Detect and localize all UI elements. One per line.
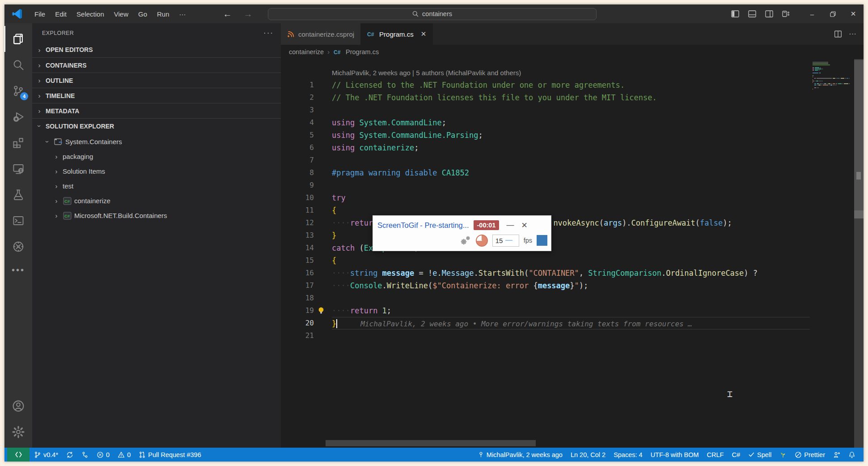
dialog-close-button[interactable]: ✕ [521, 221, 527, 230]
lightbulb-icon[interactable] [318, 307, 325, 315]
status-spell[interactable]: Spell [745, 448, 775, 462]
close-button[interactable]: ✕ [843, 4, 864, 23]
error-icon [97, 451, 104, 458]
tab-program-cs[interactable]: C#Program.cs✕ [361, 23, 433, 45]
code-editor[interactable]: 123456789101112131415161718192021 Michal… [281, 59, 864, 448]
menu-item-file[interactable]: File [30, 8, 50, 20]
command-center-search[interactable]: containers [268, 8, 597, 20]
remote-indicator[interactable] [7, 448, 30, 462]
record-pie-icon[interactable] [476, 235, 488, 247]
sidebar-section-containers[interactable]: ›CONTAINERS [32, 57, 281, 73]
run-debug-icon[interactable] [4, 104, 32, 130]
status-label: Spell [757, 451, 771, 458]
status-label: Ln 20, Col 2 [571, 451, 605, 458]
vertical-scrollbar-thumb[interactable] [854, 60, 864, 211]
search-icon[interactable] [4, 52, 32, 78]
sidebar-section-timeline[interactable]: ›TIMELINE [32, 88, 281, 103]
tree-item[interactable]: ›C#Microsoft.NET.Build.Containers [32, 208, 281, 223]
back-arrow-icon[interactable]: ← [223, 9, 232, 19]
fps-spinner[interactable] [505, 240, 512, 241]
remote-explorer-icon[interactable] [4, 156, 32, 182]
vertical-scrollbar[interactable] [854, 59, 864, 448]
sync-icon[interactable] [63, 448, 77, 462]
tab-containerize-csproj[interactable]: containerize.csproj [281, 23, 361, 45]
menu-item-selection[interactable]: Selection [72, 8, 109, 20]
layout-secondary-sidebar-icon[interactable] [762, 7, 777, 21]
minimap[interactable] [813, 62, 854, 91]
explorer-icon[interactable] [4, 26, 32, 52]
forward-arrow-icon[interactable]: → [244, 9, 253, 19]
tree-item[interactable]: ›C#containerize [32, 193, 281, 208]
breadcrumb-file[interactable]: Program.cs [346, 48, 379, 56]
status-v0-4-[interactable]: v0.4* [30, 448, 62, 462]
sidebar-section-outline[interactable]: ›OUTLINE [32, 73, 281, 88]
record-button[interactable] [537, 235, 547, 246]
minimap-line [813, 77, 854, 77]
status-utf-8-with-bom[interactable]: UTF-8 with BOM [647, 448, 703, 462]
breadcrumb-folder[interactable]: containerize [289, 48, 324, 56]
tree-item[interactable]: ›Solution Items [32, 164, 281, 179]
minimap-line [813, 64, 854, 65]
source-control-icon[interactable]: 4 [4, 78, 32, 104]
chevron-down-icon: › [36, 123, 43, 130]
testing-icon[interactable] [4, 182, 32, 208]
minimize-button[interactable]: – [802, 4, 822, 23]
layout-panel-icon[interactable] [745, 7, 760, 21]
inline-blame: MichalPavlik, 2 weeks ago • More error/w… [360, 320, 692, 328]
layout-customize-icon[interactable] [779, 7, 794, 21]
minimap-line [813, 67, 854, 68]
menu-item-run[interactable]: Run [152, 8, 174, 20]
split-editor-icon[interactable] [834, 30, 843, 38]
editor-more-actions[interactable]: ··· [849, 30, 856, 38]
history-nav: ← → [223, 9, 253, 19]
svg-text:C#: C# [64, 214, 70, 218]
account-icon[interactable] [4, 393, 32, 419]
screentogif-title: ScreenToGif - Pre-starting... [377, 221, 469, 230]
restore-button[interactable] [822, 4, 843, 23]
sidebar-section-open-editors[interactable]: ›OPEN EDITORS [32, 42, 281, 57]
settings-gear-icon[interactable] [4, 419, 32, 445]
tree-item[interactable]: ›test [32, 179, 281, 193]
sidebar-section-solution-explorer[interactable]: ›SOLUTION EXPLORER [32, 118, 281, 133]
tree-item[interactable]: ›System.Containers [32, 134, 281, 149]
bell-icon[interactable] [845, 448, 859, 462]
compass-icon[interactable] [4, 234, 32, 260]
extensions-icon[interactable] [4, 130, 32, 156]
minimap-line [813, 78, 854, 79]
horizontal-scrollbar-thumb[interactable] [326, 440, 536, 446]
fps-input[interactable]: 15 [492, 235, 519, 247]
status-crlf[interactable]: CRLF [703, 448, 728, 462]
status-prettier[interactable]: Prettier [791, 448, 829, 462]
minimap-line [813, 82, 854, 83]
status-label: 0 [106, 451, 110, 458]
code-line: using System.CommandLine.Parsing; [332, 129, 810, 141]
terminal-icon[interactable] [4, 208, 32, 234]
status-0[interactable]: 0 [114, 448, 134, 462]
tree-item[interactable]: ›packaging [32, 149, 281, 164]
tab-close-icon[interactable]: ✕ [421, 30, 427, 38]
status-ln-20--col-2[interactable]: Ln 20, Col 2 [567, 448, 609, 462]
solution-explorer-tree: ›System.Containers›packaging›Solution It… [32, 133, 281, 223]
remote-icon [15, 451, 22, 458]
layout-sidebar-icon[interactable] [728, 7, 743, 21]
prettier-icon [795, 451, 802, 458]
status-c#[interactable]: C# [728, 448, 744, 462]
feedback-icon[interactable] [830, 448, 844, 462]
menu-item-[interactable]: ··· [174, 8, 191, 20]
seedling-icon[interactable] [776, 448, 790, 462]
menu-item-view[interactable]: View [109, 8, 133, 20]
more-views-icon[interactable]: ••• [12, 260, 25, 280]
menu-item-go[interactable]: Go [133, 8, 152, 20]
status-0[interactable]: 0 [93, 448, 113, 462]
scrollbar-marker [854, 210, 864, 218]
status-michalpavlik--2-weeks-ag[interactable]: MichalPavlik, 2 weeks ago [474, 448, 566, 462]
status-spaces--4[interactable]: Spaces: 4 [610, 448, 646, 462]
dialog-minimize-button[interactable]: — [506, 221, 514, 230]
git-graph-icon[interactable] [78, 448, 92, 462]
gears-icon[interactable] [460, 235, 471, 246]
sidebar-more-actions[interactable]: ··· [263, 29, 274, 38]
sidebar-section-metadata[interactable]: ›METADATA [32, 103, 281, 118]
menu-item-edit[interactable]: Edit [50, 8, 72, 20]
window-controls: – ✕ [802, 4, 864, 23]
status-pull-request-#396[interactable]: Pull Request #396 [135, 448, 205, 462]
